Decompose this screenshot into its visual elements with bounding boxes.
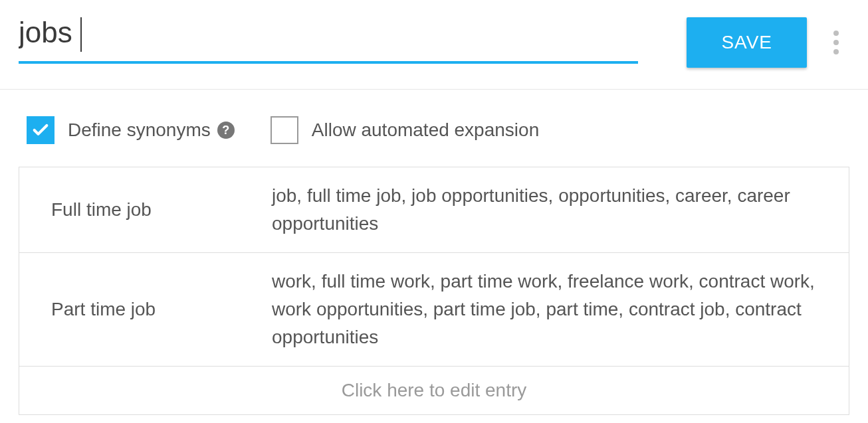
header-actions: SAVE (638, 13, 849, 68)
entry-name: Part time job (19, 253, 272, 366)
add-entry-row[interactable]: Click here to edit entry (19, 367, 849, 414)
table-row[interactable]: Full time job job, full time job, job op… (19, 167, 849, 253)
table-row[interactable]: Part time job work, full time work, part… (19, 253, 849, 367)
entries-table: Full time job job, full time job, job op… (19, 167, 849, 415)
entry-synonyms: job, full time job, job opportunities, o… (272, 167, 849, 252)
options-row: Define synonyms ? Allow automated expans… (0, 90, 868, 167)
header: SAVE (0, 0, 868, 90)
entry-synonyms: work, full time work, part time work, fr… (272, 253, 849, 366)
help-icon[interactable]: ? (217, 122, 235, 139)
entity-name-input[interactable] (19, 13, 638, 64)
text-cursor (80, 17, 82, 52)
more-menu-button[interactable] (823, 24, 849, 61)
allow-expansion-option: Allow automated expansion (271, 116, 539, 144)
allow-expansion-checkbox[interactable] (271, 116, 298, 144)
check-icon (31, 121, 50, 139)
define-synonyms-label: Define synonyms ? (68, 120, 235, 141)
more-vertical-icon (833, 31, 839, 36)
define-synonyms-option: Define synonyms ? (27, 116, 235, 144)
save-button[interactable]: SAVE (687, 17, 807, 68)
define-synonyms-checkbox[interactable] (27, 116, 54, 144)
title-wrap (19, 13, 638, 64)
allow-expansion-label: Allow automated expansion (312, 120, 539, 141)
entry-name: Full time job (19, 167, 272, 252)
